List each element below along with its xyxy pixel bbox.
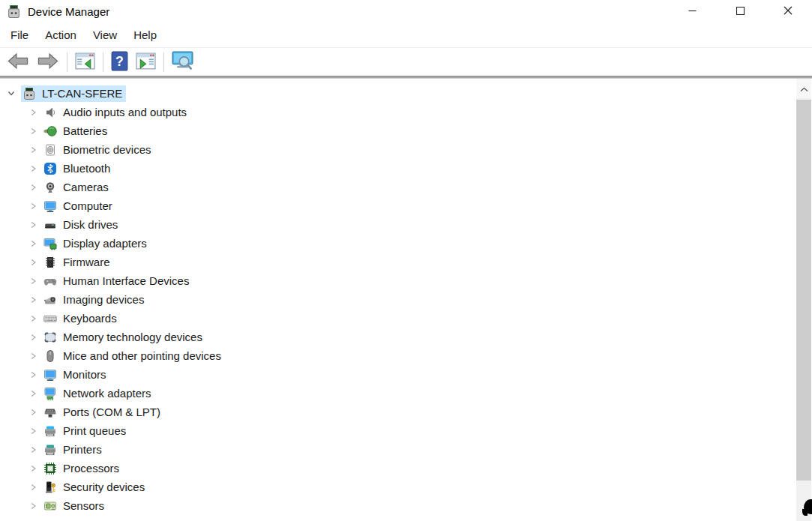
tree-item-label: Display adapters bbox=[63, 237, 147, 250]
scroll-up-button[interactable] bbox=[796, 79, 811, 98]
title-bar: Device Manager bbox=[0, 0, 812, 22]
chevron-down-icon[interactable] bbox=[5, 90, 17, 97]
tree-item[interactable]: Ports (COM & LPT) bbox=[0, 403, 796, 421]
show-console-tree-button[interactable] bbox=[72, 50, 98, 74]
tree-item[interactable]: Imaging devices bbox=[0, 290, 796, 309]
minimize-button[interactable] bbox=[668, 0, 716, 22]
help-button[interactable]: ? bbox=[108, 50, 131, 74]
chevron-right-icon[interactable] bbox=[27, 409, 39, 416]
tree-item[interactable]: Bluetooth bbox=[0, 159, 796, 178]
memory-card-icon bbox=[43, 331, 57, 344]
chevron-right-icon[interactable] bbox=[27, 315, 39, 322]
scanner-icon bbox=[43, 293, 57, 307]
monitor-icon bbox=[43, 368, 57, 382]
tree-item-label: Human Interface Devices bbox=[63, 274, 189, 287]
tree-item[interactable]: Display adapters bbox=[0, 234, 796, 253]
chevron-right-icon[interactable] bbox=[27, 109, 39, 116]
tree-item[interactable]: Monitors bbox=[0, 365, 796, 384]
chevron-right-icon[interactable] bbox=[27, 465, 39, 472]
gamepad-icon bbox=[43, 274, 57, 288]
chevron-right-icon[interactable] bbox=[27, 184, 39, 191]
tree-item-label: Computer bbox=[63, 199, 112, 212]
chevron-right-icon[interactable] bbox=[27, 296, 39, 304]
tree-item[interactable]: Firmware bbox=[0, 253, 796, 271]
keyboard-icon bbox=[43, 312, 57, 325]
chevron-right-icon[interactable] bbox=[27, 484, 39, 491]
chevron-right-icon[interactable] bbox=[27, 202, 39, 210]
disk-drive-icon bbox=[43, 218, 57, 232]
chevron-right-icon[interactable] bbox=[27, 127, 39, 135]
maximize-icon bbox=[736, 6, 745, 17]
tree-item[interactable]: Batteries bbox=[0, 121, 796, 140]
print-queue-icon bbox=[43, 424, 57, 438]
tree-root[interactable]: LT-CAN-SFERE bbox=[0, 84, 796, 103]
firmware-chip-icon bbox=[43, 256, 57, 269]
tree-item-label: Network adapters bbox=[63, 387, 151, 400]
chevron-right-icon[interactable] bbox=[27, 371, 39, 379]
tree-item-label: Biometric devices bbox=[63, 143, 151, 156]
menu-view[interactable]: View bbox=[85, 28, 125, 41]
tree-item-label: Firmware bbox=[63, 256, 110, 268]
menu-action[interactable]: Action bbox=[37, 28, 85, 41]
tree-item[interactable]: Human Interface Devices bbox=[0, 271, 796, 290]
tree-item-label: Print queues bbox=[63, 424, 126, 437]
tree-item-label: Batteries bbox=[63, 124, 107, 137]
tree-item[interactable]: Computer bbox=[0, 196, 796, 215]
menu-bar: FileActionViewHelp bbox=[0, 22, 812, 48]
toolbar-separator bbox=[103, 52, 103, 72]
tree-item-label: Mice and other pointing devices bbox=[63, 349, 221, 362]
tree-item[interactable]: Keyboards bbox=[0, 309, 796, 328]
tree-item-label: Memory technology devices bbox=[63, 331, 202, 343]
speaker-icon bbox=[43, 106, 57, 119]
chevron-right-icon[interactable] bbox=[27, 390, 39, 397]
chevron-right-icon[interactable] bbox=[27, 165, 39, 172]
chevron-right-icon[interactable] bbox=[27, 446, 39, 454]
network-adapter-icon bbox=[43, 387, 57, 400]
tree-item[interactable]: Disk drives bbox=[0, 215, 796, 234]
tree-root-selection[interactable]: LT-CAN-SFERE bbox=[21, 85, 126, 102]
close-button[interactable] bbox=[764, 0, 812, 22]
chevron-right-icon[interactable] bbox=[27, 240, 39, 247]
toolbar-separator bbox=[67, 52, 67, 72]
serial-port-icon bbox=[43, 406, 57, 419]
chevron-right-icon[interactable] bbox=[27, 502, 39, 510]
show-action-pane-button[interactable] bbox=[133, 50, 159, 74]
tree-item[interactable]: Mice and other pointing devices bbox=[0, 346, 796, 365]
scan-for-hardware-changes-button[interactable] bbox=[169, 50, 196, 74]
svg-text:?: ? bbox=[115, 53, 124, 68]
window-controls bbox=[668, 0, 812, 22]
tree-item-label: Cameras bbox=[63, 181, 109, 193]
tree-item[interactable]: Audio inputs and outputs bbox=[0, 103, 796, 121]
chevron-right-icon[interactable] bbox=[27, 259, 39, 266]
tree-item[interactable]: Memory technology devices bbox=[0, 328, 796, 346]
chevron-right-icon[interactable] bbox=[27, 427, 39, 435]
tree-item-label: Sensors bbox=[63, 499, 104, 512]
tree-item[interactable]: Sensors bbox=[0, 496, 796, 515]
forward-button[interactable] bbox=[34, 50, 62, 74]
chevron-right-icon[interactable] bbox=[27, 277, 39, 285]
monitor-icon bbox=[43, 199, 57, 213]
battery-icon bbox=[43, 124, 57, 138]
chevron-right-icon[interactable] bbox=[27, 146, 39, 154]
tree-item[interactable]: Network adapters bbox=[0, 384, 796, 403]
tree-item[interactable]: Printers bbox=[0, 440, 796, 459]
chevron-right-icon[interactable] bbox=[27, 334, 39, 341]
back-button[interactable] bbox=[4, 50, 32, 74]
scrollbar-thumb[interactable] bbox=[796, 100, 811, 481]
tree-item-label: Security devices bbox=[63, 481, 145, 493]
tree-item[interactable]: Security devices bbox=[0, 478, 796, 496]
chevron-right-icon[interactable] bbox=[27, 352, 39, 360]
printer-icon bbox=[43, 443, 57, 457]
vertical-scrollbar[interactable] bbox=[796, 79, 811, 521]
minimize-icon bbox=[688, 6, 697, 17]
tree-item[interactable]: Processors bbox=[0, 459, 796, 478]
maximize-button[interactable] bbox=[716, 0, 764, 22]
menu-help[interactable]: Help bbox=[125, 28, 165, 41]
tree-item[interactable]: Print queues bbox=[0, 421, 796, 440]
tree-item[interactable]: Biometric devices bbox=[0, 140, 796, 159]
tree-item-label: Imaging devices bbox=[63, 293, 144, 306]
tree-item[interactable]: Cameras bbox=[0, 178, 796, 196]
forward-arrow-icon bbox=[37, 52, 59, 72]
menu-file[interactable]: File bbox=[2, 28, 37, 41]
chevron-right-icon[interactable] bbox=[27, 221, 39, 229]
